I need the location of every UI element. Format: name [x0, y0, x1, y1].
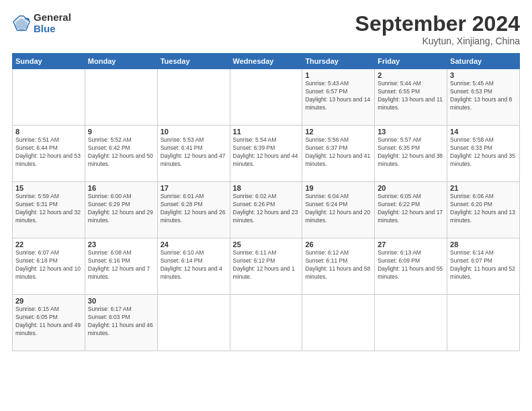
- day-info: Sunrise: 5:54 AMSunset: 6:39 PMDaylight:…: [233, 136, 300, 169]
- day-number: 29: [15, 297, 82, 305]
- day-info: Sunrise: 6:12 AMSunset: 6:11 PMDaylight:…: [305, 249, 371, 281]
- day-info: Sunrise: 6:06 AMSunset: 6:20 PMDaylight:…: [450, 193, 517, 225]
- day-number: 3: [450, 71, 517, 79]
- day-number: 24: [161, 240, 227, 248]
- calendar-cell: 15Sunrise: 5:59 AMSunset: 6:31 PMDayligh…: [13, 182, 85, 238]
- header-day-friday: Friday: [375, 54, 447, 69]
- calendar-cell: 8Sunrise: 5:51 AMSunset: 6:44 PMDaylight…: [13, 126, 85, 182]
- calendar-cell: [375, 295, 447, 351]
- day-info: Sunrise: 6:07 AMSunset: 6:18 PMDaylight:…: [15, 249, 82, 281]
- day-info: Sunrise: 5:59 AMSunset: 6:31 PMDaylight:…: [15, 193, 82, 225]
- calendar-cell: 9Sunrise: 5:52 AMSunset: 6:42 PMDaylight…: [85, 126, 157, 182]
- day-info: Sunrise: 6:17 AMSunset: 6:03 PMDaylight:…: [88, 306, 154, 338]
- day-number: 13: [378, 128, 444, 136]
- day-number: 21: [450, 184, 517, 192]
- calendar-cell: [85, 69, 157, 126]
- page: General Blue September 2024 Kuytun, Xinj…: [0, 0, 532, 411]
- day-number: 8: [15, 128, 82, 136]
- day-info: Sunrise: 5:56 AMSunset: 6:37 PMDaylight:…: [305, 136, 371, 169]
- calendar-cell: 23Sunrise: 6:08 AMSunset: 6:16 PMDayligh…: [85, 238, 157, 295]
- calendar-cell: [157, 295, 230, 351]
- day-number: 9: [88, 128, 154, 136]
- day-info: Sunrise: 6:10 AMSunset: 6:14 PMDaylight:…: [161, 249, 227, 281]
- header-day-monday: Monday: [85, 54, 157, 69]
- logo-blue-text: Blue: [34, 24, 71, 35]
- day-info: Sunrise: 5:51 AMSunset: 6:44 PMDaylight:…: [15, 136, 82, 169]
- logo-general-text: General: [34, 12, 71, 24]
- day-number: 19: [305, 184, 371, 192]
- day-info: Sunrise: 5:57 AMSunset: 6:35 PMDaylight:…: [378, 136, 444, 169]
- day-info: Sunrise: 6:00 AMSunset: 6:29 PMDaylight:…: [88, 193, 154, 225]
- day-number: 15: [15, 184, 82, 192]
- calendar-cell: 19Sunrise: 6:04 AMSunset: 6:24 PMDayligh…: [302, 182, 375, 238]
- day-number: 2: [378, 71, 444, 79]
- day-number: 1: [305, 71, 371, 79]
- calendar-cell: 21Sunrise: 6:06 AMSunset: 6:20 PMDayligh…: [447, 182, 520, 238]
- logo: General Blue: [12, 12, 71, 34]
- day-number: 26: [305, 240, 371, 248]
- calendar-cell: [230, 69, 302, 126]
- day-info: Sunrise: 6:04 AMSunset: 6:24 PMDaylight:…: [305, 193, 371, 225]
- calendar-cell: 27Sunrise: 6:13 AMSunset: 6:09 PMDayligh…: [375, 238, 447, 295]
- subtitle: Kuytun, Xinjiang, China: [355, 36, 520, 46]
- day-info: Sunrise: 5:52 AMSunset: 6:42 PMDaylight:…: [88, 136, 154, 169]
- day-info: Sunrise: 6:08 AMSunset: 6:16 PMDaylight:…: [88, 249, 154, 281]
- header-day-thursday: Thursday: [302, 54, 375, 69]
- day-info: Sunrise: 6:15 AMSunset: 6:05 PMDaylight:…: [15, 306, 82, 338]
- calendar-cell: 28Sunrise: 6:14 AMSunset: 6:07 PMDayligh…: [447, 238, 520, 295]
- day-number: 16: [88, 184, 154, 192]
- header-day-sunday: Sunday: [13, 54, 85, 69]
- calendar-cell: 30Sunrise: 6:17 AMSunset: 6:03 PMDayligh…: [85, 295, 157, 351]
- day-number: 10: [161, 128, 227, 136]
- day-info: Sunrise: 6:05 AMSunset: 6:22 PMDaylight:…: [378, 193, 444, 225]
- calendar-cell: 2Sunrise: 5:44 AMSunset: 6:55 PMDaylight…: [375, 69, 447, 126]
- calendar-cell: [13, 69, 85, 126]
- calendar-cell: 10Sunrise: 5:53 AMSunset: 6:41 PMDayligh…: [157, 126, 230, 182]
- day-number: 30: [88, 297, 154, 305]
- calendar-cell: 1Sunrise: 5:43 AMSunset: 6:57 PMDaylight…: [302, 69, 375, 126]
- calendar-week-row: 8Sunrise: 5:51 AMSunset: 6:44 PMDaylight…: [13, 126, 520, 182]
- calendar-cell: [447, 295, 520, 351]
- day-number: 20: [378, 184, 444, 192]
- day-info: Sunrise: 6:11 AMSunset: 6:12 PMDaylight:…: [233, 249, 300, 281]
- header: General Blue September 2024 Kuytun, Xinj…: [12, 12, 520, 46]
- day-number: 17: [161, 184, 227, 192]
- day-number: 14: [450, 128, 517, 136]
- day-info: Sunrise: 6:01 AMSunset: 6:28 PMDaylight:…: [161, 193, 227, 225]
- calendar-cell: 29Sunrise: 6:15 AMSunset: 6:05 PMDayligh…: [13, 295, 85, 351]
- day-info: Sunrise: 5:45 AMSunset: 6:53 PMDaylight:…: [450, 80, 517, 112]
- calendar-table: SundayMondayTuesdayWednesdayThursdayFrid…: [12, 53, 520, 351]
- calendar-cell: 26Sunrise: 6:12 AMSunset: 6:11 PMDayligh…: [302, 238, 375, 295]
- day-number: 25: [233, 240, 300, 248]
- day-info: Sunrise: 5:44 AMSunset: 6:55 PMDaylight:…: [378, 80, 444, 112]
- calendar-week-row: 1Sunrise: 5:43 AMSunset: 6:57 PMDaylight…: [13, 69, 520, 126]
- day-number: 18: [233, 184, 300, 192]
- day-number: 12: [305, 128, 371, 136]
- header-day-saturday: Saturday: [447, 54, 520, 69]
- calendar-cell: 3Sunrise: 5:45 AMSunset: 6:53 PMDaylight…: [447, 69, 520, 126]
- calendar-cell: 17Sunrise: 6:01 AMSunset: 6:28 PMDayligh…: [157, 182, 230, 238]
- calendar-cell: [302, 295, 375, 351]
- calendar-cell: 24Sunrise: 6:10 AMSunset: 6:14 PMDayligh…: [157, 238, 230, 295]
- calendar-cell: 25Sunrise: 6:11 AMSunset: 6:12 PMDayligh…: [230, 238, 302, 295]
- day-info: Sunrise: 6:13 AMSunset: 6:09 PMDaylight:…: [378, 249, 444, 281]
- calendar-cell: 18Sunrise: 6:02 AMSunset: 6:26 PMDayligh…: [230, 182, 302, 238]
- day-info: Sunrise: 5:43 AMSunset: 6:57 PMDaylight:…: [305, 80, 371, 112]
- title-block: September 2024 Kuytun, Xinjiang, China: [355, 12, 520, 46]
- month-title: September 2024: [355, 12, 520, 36]
- calendar-cell: 14Sunrise: 5:58 AMSunset: 6:33 PMDayligh…: [447, 126, 520, 182]
- calendar-cell: [230, 295, 302, 351]
- calendar-week-row: 15Sunrise: 5:59 AMSunset: 6:31 PMDayligh…: [13, 182, 520, 238]
- logo-icon: [12, 14, 31, 33]
- calendar-cell: 16Sunrise: 6:00 AMSunset: 6:29 PMDayligh…: [85, 182, 157, 238]
- day-number: 22: [15, 240, 82, 248]
- calendar-week-row: 22Sunrise: 6:07 AMSunset: 6:18 PMDayligh…: [13, 238, 520, 295]
- calendar-cell: 20Sunrise: 6:05 AMSunset: 6:22 PMDayligh…: [375, 182, 447, 238]
- calendar-cell: 11Sunrise: 5:54 AMSunset: 6:39 PMDayligh…: [230, 126, 302, 182]
- day-number: 11: [233, 128, 300, 136]
- calendar-week-row: 29Sunrise: 6:15 AMSunset: 6:05 PMDayligh…: [13, 295, 520, 351]
- header-day-tuesday: Tuesday: [157, 54, 230, 69]
- calendar-cell: 22Sunrise: 6:07 AMSunset: 6:18 PMDayligh…: [13, 238, 85, 295]
- calendar-cell: 13Sunrise: 5:57 AMSunset: 6:35 PMDayligh…: [375, 126, 447, 182]
- day-info: Sunrise: 6:14 AMSunset: 6:07 PMDaylight:…: [450, 249, 517, 281]
